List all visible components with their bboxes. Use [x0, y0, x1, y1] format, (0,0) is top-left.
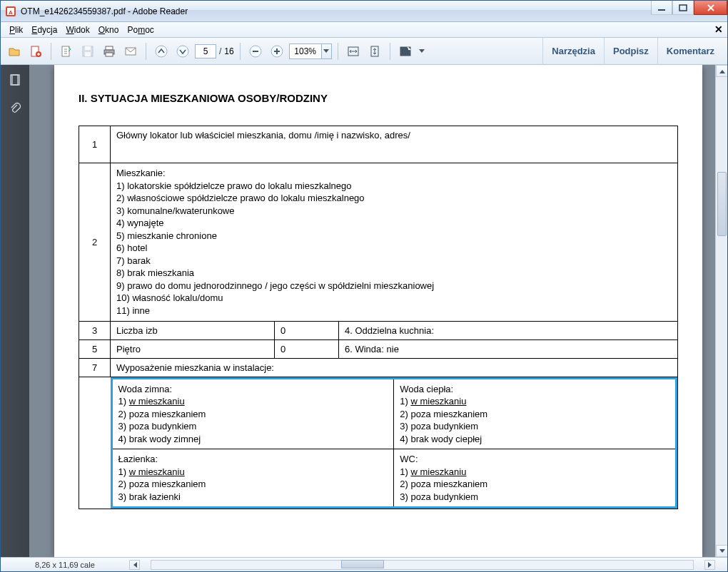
zoom-out-button[interactable]: [246, 42, 265, 61]
body-area: II. SYTUACJA MIESZKANIOWA OSOBY/RODZINY …: [1, 65, 727, 557]
row1-text: Główny lokator lub właściciel mieszkania…: [111, 126, 678, 163]
read-mode-button[interactable]: [396, 42, 415, 61]
email-button[interactable]: [121, 42, 140, 61]
row2-item-8: 9) prawo do domu jednorodzinnego / jego …: [116, 280, 672, 292]
document-canvas[interactable]: II. SYTUACJA MIESZKANIOWA OSOBY/RODZINY …: [29, 65, 727, 557]
comment-button[interactable]: Komentarz: [657, 38, 723, 65]
row2-item-2: 3) komunalne/kwaterunkowe: [116, 205, 672, 218]
maximize-button[interactable]: [672, 1, 694, 15]
window-title: OTM_e1426234559387.pdf - Adobe Reader: [21, 6, 188, 16]
fit-page-button[interactable]: [365, 42, 384, 61]
zoom-select[interactable]: [289, 44, 332, 59]
export-button[interactable]: [57, 42, 76, 61]
hscroll-thumb[interactable]: [341, 560, 384, 568]
woda-ciepla-cell: Woda ciepła: 1) w mieszkaniu 2) poza mie…: [394, 379, 675, 449]
scroll-thumb[interactable]: [717, 172, 727, 236]
wc-2: 3) poza budynkiem: [400, 491, 669, 504]
woda-ciepla-0: 1) w mieszkaniu: [400, 395, 669, 408]
highlight-box: Woda zimna: 1) w mieszkaniu 2) poza mies…: [111, 377, 678, 509]
menu-pomoc[interactable]: Pomoc: [123, 24, 158, 36]
wc-1: 2) poza mieszkaniem: [400, 478, 669, 491]
page-up-button[interactable]: [152, 42, 171, 61]
zoom-in-button[interactable]: [268, 42, 286, 61]
row4-label: 4. Oddzielna kuchnia:: [339, 321, 678, 339]
menubar-close-icon[interactable]: ✕: [714, 24, 723, 35]
menubar: Plik Edycja Widok Okno Pomoc ✕: [1, 22, 727, 38]
woda-ciepla-2: 3) poza budynkiem: [400, 420, 669, 433]
sign-button[interactable]: Podpisz: [604, 38, 657, 65]
woda-ciepla-1: 2) poza mieszkaniem: [400, 408, 669, 421]
page-down-button[interactable]: [173, 42, 192, 61]
svg-rect-18: [253, 51, 258, 52]
save-button[interactable]: [79, 42, 97, 61]
svg-text:A: A: [9, 9, 13, 16]
row2-item-7: 8) brak mieszkania: [116, 267, 672, 280]
page-number-box: / 16: [195, 44, 234, 58]
menu-plik[interactable]: Plik: [5, 24, 27, 36]
toolbar-sep-5: [390, 43, 390, 60]
doc-table: 1 Główny lokator lub właściciel mieszkan…: [79, 126, 678, 509]
read-mode-dd[interactable]: [418, 42, 426, 61]
horizontal-scrollbar[interactable]: [129, 559, 715, 571]
hscroll-track[interactable]: [151, 560, 694, 570]
woda-zimna-cell: Woda zimna: 1) w mieszkaniu 2) poza mies…: [113, 379, 394, 449]
scroll-down-icon[interactable]: [716, 545, 727, 557]
create-pdf-button[interactable]: [26, 42, 45, 61]
woda-zimna-1: 2) poza mieszkaniem: [118, 408, 388, 421]
svg-point-15: [156, 46, 167, 57]
titlebar: A OTM_e1426234559387.pdf - Adobe Reader: [1, 1, 727, 22]
lazienka-0: 1) w mieszkaniu: [118, 466, 388, 479]
zoom-dropdown-icon[interactable]: [321, 44, 331, 58]
svg-rect-21: [276, 48, 278, 54]
close-button[interactable]: [694, 1, 727, 15]
lazienka-cell: Łazienka: 1) w mieszkaniu 2) poza mieszk…: [113, 449, 394, 507]
open-file-button[interactable]: [5, 42, 24, 61]
minimize-button[interactable]: [651, 1, 672, 15]
row2-title: Mieszkanie:: [116, 167, 672, 180]
statusbar: 8,26 x 11,69 cale: [1, 557, 727, 571]
woda-zimna-0: 1) w mieszkaniu: [118, 395, 388, 408]
tools-button[interactable]: Narzędzia: [542, 38, 604, 65]
thumbnails-icon[interactable]: [4, 69, 26, 91]
row-install-num: [79, 377, 111, 509]
menu-okno[interactable]: Okno: [94, 24, 123, 36]
row5-num: 5: [79, 339, 111, 358]
row2-item-9: 10) własność lokalu/domu: [116, 292, 672, 305]
wc-0: 1) w mieszkaniu: [400, 466, 669, 479]
window-buttons: [651, 1, 727, 15]
woda-zimna-2: 3) poza budynkiem: [118, 420, 388, 433]
menu-edycja[interactable]: Edycja: [27, 24, 61, 36]
row2-cell: Mieszkanie: 1) lokatorskie spółdzielcze …: [111, 163, 678, 322]
page-dimensions: 8,26 x 11,69 cale: [35, 561, 95, 569]
scroll-up-icon[interactable]: [716, 65, 727, 77]
right-toolbar: Narzędzia Podpisz Komentarz: [542, 38, 723, 65]
print-button[interactable]: [100, 42, 118, 61]
svg-rect-10: [85, 52, 91, 56]
hscroll-left-icon[interactable]: [129, 560, 140, 570]
row5-val: 0: [275, 339, 339, 358]
menu-widok[interactable]: Widok: [61, 24, 93, 36]
lazienka-1: 2) poza mieszkaniem: [118, 478, 388, 491]
doc-heading: II. SYTUACJA MIESZKANIOWA OSOBY/RODZINY: [79, 92, 678, 104]
zoom-input[interactable]: [290, 46, 321, 57]
toolbar: / 16 Narzędzia Podpisz Komentarz: [1, 38, 727, 65]
fit-width-button[interactable]: [344, 42, 363, 61]
svg-point-16: [177, 46, 188, 57]
toolbar-sep-4: [338, 43, 338, 60]
sidebar: [1, 65, 29, 557]
row3-label: Liczba izb: [111, 321, 275, 339]
pdf-page: II. SYTUACJA MIESZKANIOWA OSOBY/RODZINY …: [54, 65, 702, 557]
toolbar-sep-1: [51, 43, 51, 60]
lazienka-2: 3) brak łazienki: [118, 491, 388, 504]
page-total: 16: [224, 46, 233, 56]
hscroll-right-icon[interactable]: [704, 560, 715, 570]
app-window: A OTM_e1426234559387.pdf - Adobe Reader …: [0, 0, 728, 572]
attachments-icon[interactable]: [4, 98, 26, 119]
vertical-scrollbar[interactable]: [715, 65, 727, 557]
svg-rect-11: [106, 46, 113, 50]
lazienka-title: Łazienka:: [118, 453, 388, 466]
row2-item-1: 2) własnościowe spółdzielcze prawo do lo…: [116, 192, 672, 205]
svg-rect-3: [658, 9, 665, 11]
wc-title: WC:: [400, 453, 669, 466]
page-current-input[interactable]: [195, 44, 216, 58]
